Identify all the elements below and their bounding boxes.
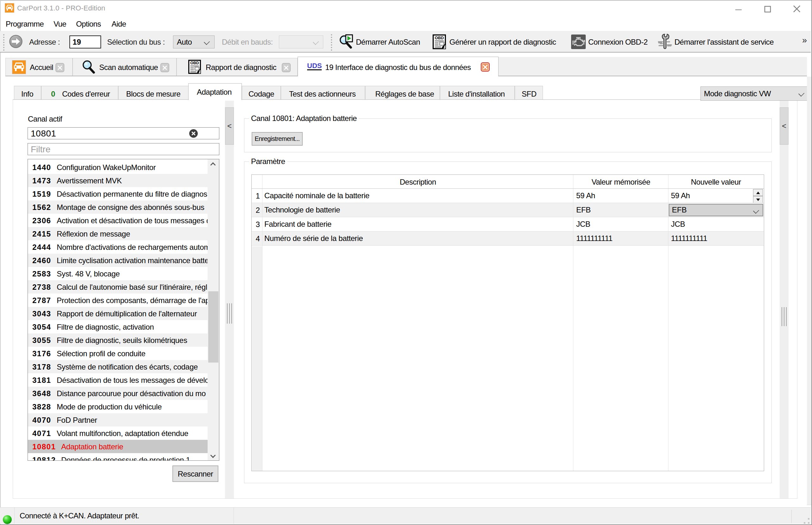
svg-text:OBD: OBD [190,61,199,65]
svg-text:OBD: OBD [435,35,444,40]
